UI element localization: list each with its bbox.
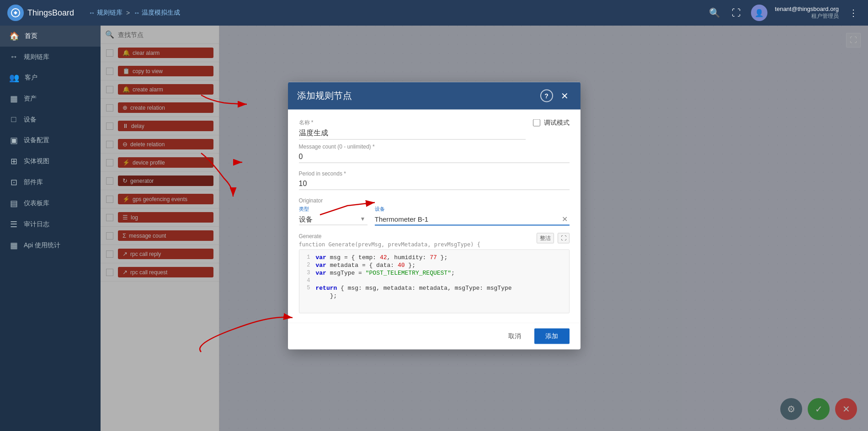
code-line-5: 5 return { msg: msg, metadata: metadata,… (299, 284, 569, 292)
sidebar-label-device-profiles: 设备配置 (24, 136, 49, 144)
sidebar-item-customers[interactable]: 👥 客户 (0, 67, 101, 88)
sidebar-item-rules[interactable]: ↔ 规则链库 (0, 47, 101, 67)
sidebar-label-entity-views: 实体视图 (24, 157, 49, 165)
sidebar-label-home: 首页 (25, 32, 37, 40)
device-clear-button[interactable]: ✕ (560, 214, 570, 223)
avatar[interactable]: 👤 (751, 5, 767, 21)
app-name: ThingsBoard (27, 8, 74, 18)
tidy-button[interactable]: 整洁 (537, 233, 554, 243)
sidebar-item-devices[interactable]: □ 设备 (0, 109, 101, 130)
expand-code-button[interactable]: ⛶ (558, 233, 570, 243)
name-label: 名称 * (299, 118, 526, 126)
modal-help-button[interactable]: ? (540, 89, 553, 102)
name-input[interactable] (299, 127, 526, 139)
home-icon: 🏠 (9, 31, 19, 41)
sidebar-item-assets[interactable]: ▦ 资产 (0, 88, 101, 109)
device-input-wrapper: ✕ (375, 213, 570, 225)
sidebar-label-rules: 规则链库 (24, 53, 49, 61)
modal-header-actions: ? ✕ (540, 89, 571, 102)
code-line-4: 4 (299, 277, 569, 284)
header-right: 🔍 ⛶ 👤 tenant@thingsboard.org 租户管理员 ⋮ (707, 5, 861, 21)
sidebar-item-audit[interactable]: ☰ 审计日志 (0, 214, 101, 235)
period-group: Period in seconds * (299, 170, 570, 190)
logo-icon (7, 5, 24, 21)
sidebar-label-widgets: 部件库 (24, 178, 43, 186)
widgets-icon: ⊡ (9, 177, 18, 187)
devices-icon: □ (9, 115, 18, 124)
period-label: Period in seconds * (299, 170, 570, 176)
code-editor[interactable]: 1 var msg = { temp: 42, humidity: 77 }; … (299, 249, 570, 313)
sidebar-item-dashboards[interactable]: ▤ 仪表板库 (0, 193, 101, 214)
sidebar-label-devices: 设备 (24, 116, 37, 124)
rules-icon: ↔ (89, 9, 95, 16)
sidebar: 🏠 首页 ↔ 规则链库 👥 客户 ▦ 资产 □ 设备 ▣ 设备配置 ⊞ 实体视图… (0, 26, 101, 431)
sidebar-item-home[interactable]: 🏠 首页 (0, 26, 101, 47)
breadcrumb-current[interactable]: ↔ 温度模拟生成 (133, 9, 180, 17)
name-debug-row: 名称 * 调试模式 (299, 118, 570, 139)
sidebar-label-dashboards: 仪表板库 (24, 199, 49, 208)
current-icon: ↔ (133, 9, 140, 16)
generate-label: Generate (299, 233, 480, 239)
generate-actions: 整洁 ⛶ (537, 233, 570, 243)
sidebar-label-assets: 资产 (24, 95, 37, 103)
code-line-1: 1 var msg = { temp: 42, humidity: 77 }; (299, 253, 569, 261)
breadcrumb-sep: > (126, 9, 130, 16)
period-input[interactable] (299, 177, 570, 190)
entity-views-icon: ⊞ (9, 156, 18, 166)
header-left: ThingsBoard ↔ 规则链库 > ↔ 温度模拟生成 (7, 5, 180, 21)
device-input[interactable] (375, 213, 560, 224)
breadcrumb: ↔ 规则链库 > ↔ 温度模拟生成 (89, 9, 180, 17)
search-icon[interactable]: 🔍 (707, 5, 722, 20)
user-role: 租户管理员 (811, 12, 839, 20)
generate-func-signature: function Generate(prevMsg, prevMetadata,… (299, 241, 480, 247)
originator-type-field: 类型 设备 ▼ (299, 205, 367, 225)
modal-close-button[interactable]: ✕ (559, 89, 571, 102)
customers-icon: 👥 (9, 73, 19, 83)
user-info: tenant@thingsboard.org 租户管理员 (775, 5, 839, 20)
breadcrumb-rules[interactable]: ↔ 规则链库 (89, 9, 122, 17)
originator-label: Originator (299, 197, 570, 203)
modal-footer: 取消 添加 (288, 322, 580, 349)
sidebar-item-api-stats[interactable]: ▦ Api 使用统计 (0, 235, 101, 256)
sidebar-label-api-stats: Api 使用统计 (24, 241, 60, 250)
sidebar-label-audit: 审计日志 (24, 220, 49, 229)
cancel-button[interactable]: 取消 (501, 328, 529, 344)
message-count-group: Message count (0 - unlimited) * (299, 143, 570, 163)
generate-section: Generate function Generate(prevMsg, prev… (299, 233, 570, 313)
sidebar-label-customers: 客户 (25, 74, 37, 82)
debug-mode-toggle: 调试模式 (533, 118, 570, 127)
modal-title: 添加规则节点 (297, 90, 352, 102)
audit-icon: ☰ (9, 219, 18, 229)
device-profiles-icon: ▣ (9, 135, 18, 145)
expand-icon[interactable]: ⛶ (729, 5, 744, 20)
debug-checkbox[interactable] (533, 119, 540, 126)
modal-header: 添加规则节点 ? ✕ (288, 82, 580, 109)
originator-device-field: 设备 ✕ (375, 205, 570, 225)
debug-label: 调试模式 (544, 118, 570, 127)
modal-body: 名称 * 调试模式 Message count (0 - unlimited) … (288, 109, 580, 322)
code-line-3: 3 var msgType = "POST_TELEMETRY_REQUEST"… (299, 269, 569, 277)
type-sublabel: 类型 (299, 205, 367, 212)
originator-row: 类型 设备 ▼ 设备 ✕ (299, 205, 570, 225)
dashboards-icon: ▤ (9, 198, 18, 208)
device-sublabel: 设备 (375, 205, 570, 212)
message-count-label: Message count (0 - unlimited) * (299, 143, 570, 149)
sidebar-item-device-profiles[interactable]: ▣ 设备配置 (0, 130, 101, 151)
type-select[interactable]: 设备 (299, 213, 367, 224)
originator-section: Originator 类型 设备 ▼ 设备 ✕ (299, 197, 570, 225)
more-menu-icon[interactable]: ⋮ (846, 5, 861, 20)
api-stats-icon: ▦ (9, 240, 18, 250)
logo-area: ThingsBoard (7, 5, 74, 21)
sidebar-item-widgets[interactable]: ⊡ 部件库 (0, 172, 101, 193)
sidebar-item-entity-views[interactable]: ⊞ 实体视图 (0, 151, 101, 172)
message-count-input[interactable] (299, 150, 570, 163)
code-line-6: }; (299, 292, 569, 299)
rules-icon: ↔ (9, 52, 18, 62)
code-line-2: 2 var metadata = { data: 40 }; (299, 261, 569, 269)
user-email: tenant@thingsboard.org (775, 5, 839, 12)
assets-icon: ▦ (9, 94, 18, 104)
add-button[interactable]: 添加 (534, 328, 570, 344)
generate-header: Generate function Generate(prevMsg, prev… (299, 233, 570, 247)
add-rule-node-modal: 添加规则节点 ? ✕ 名称 * 调试模式 Message count (0 - … (288, 82, 580, 349)
type-select-wrapper: 设备 ▼ (299, 213, 367, 225)
